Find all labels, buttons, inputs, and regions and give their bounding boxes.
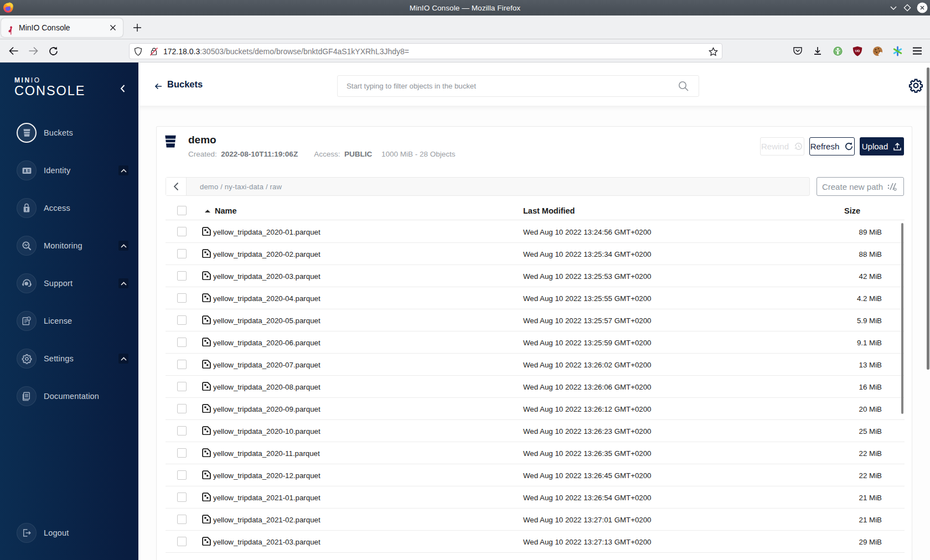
svg-text:UO: UO — [855, 49, 860, 52]
